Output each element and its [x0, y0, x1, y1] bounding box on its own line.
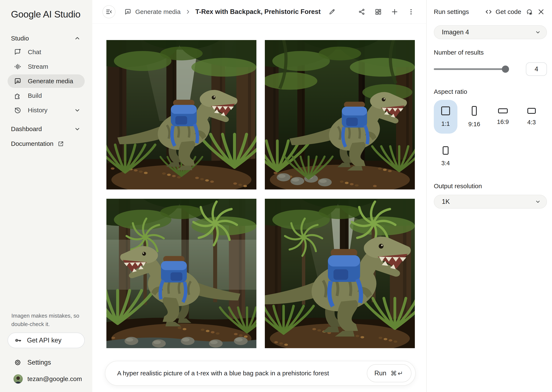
get-api-key-label: Get API key	[27, 336, 62, 344]
code-icon	[485, 8, 492, 15]
chevron-down-icon	[535, 29, 541, 35]
generated-image-4[interactable]	[265, 199, 415, 348]
main-header: Generate media T-Rex with Backpack, Preh…	[92, 0, 426, 24]
page-title: T-Rex with Backpack, Prehistoric Forest	[195, 8, 321, 16]
sidebar-item-history[interactable]: History	[7, 104, 85, 117]
output-resolution-select[interactable]: 1K	[434, 195, 547, 209]
aspect-1-1-icon	[441, 106, 450, 115]
more-vert-icon	[407, 8, 415, 15]
chevron-down-icon	[74, 107, 81, 113]
aspect-option-label: 3:4	[442, 160, 450, 167]
results-slider-thumb[interactable]	[502, 66, 509, 73]
collapse-sidebar-button[interactable]	[102, 5, 116, 18]
build-icon	[14, 92, 21, 99]
aspect-16-9-icon	[498, 108, 508, 113]
generated-image-2[interactable]	[265, 40, 415, 189]
sidebar-item-build[interactable]: Build	[7, 89, 85, 102]
sidebar-nav: Chat Stream Generate media Build History	[0, 44, 92, 118]
aspect-option-16-9[interactable]: 16:9	[491, 100, 515, 134]
app-logo: Google AI Studio	[11, 8, 92, 20]
sidebar-item-label: Generate media	[28, 77, 81, 85]
sidebar-item-documentation[interactable]: Documentation	[7, 137, 85, 150]
aspect-ratio-options: 1:1 9:16 16:9 4:3 3:4	[434, 100, 547, 173]
settings-button[interactable]: Settings	[7, 357, 85, 368]
documentation-label: Documentation	[11, 140, 54, 147]
apps-grid-button[interactable]	[372, 5, 385, 19]
run-settings-title: Run settings	[434, 8, 469, 15]
chat-icon	[14, 48, 21, 56]
account-row[interactable]: tezan@google.com	[7, 373, 85, 385]
aspect-option-4-3[interactable]: 4:3	[520, 100, 543, 134]
disclaimer-text: Imagen makes mistakes, so double-check i…	[7, 311, 85, 328]
aspect-4-3-icon	[527, 108, 536, 114]
sidebar: Google AI Studio Studio Chat Stream Gene…	[0, 0, 92, 392]
more-options-button[interactable]	[404, 5, 418, 19]
reset-settings-icon	[526, 8, 533, 15]
share-button[interactable]	[355, 5, 368, 19]
key-icon	[14, 336, 22, 344]
run-button[interactable]: Run ⌘↵	[367, 364, 412, 382]
sidebar-item-generate-media[interactable]: Generate media	[7, 74, 85, 88]
sidebar-footer: Imagen makes mistakes, so double-check i…	[0, 311, 92, 392]
avatar	[14, 374, 23, 384]
dashboard-grid-icon	[375, 8, 382, 15]
chevron-up-icon	[74, 35, 81, 42]
generation-canvas: A hyper realistic picture of a t-rex wit…	[92, 24, 426, 392]
rename-button[interactable]	[326, 6, 338, 18]
image-grid	[106, 40, 415, 348]
collapse-sidebar-icon	[105, 8, 112, 15]
sidebar-item-chat[interactable]: Chat	[7, 45, 85, 59]
aspect-option-9-16[interactable]: 9:16	[462, 100, 486, 134]
reset-settings-button[interactable]	[523, 6, 535, 18]
aspect-option-label: 9:16	[468, 121, 480, 128]
generated-image-1[interactable]	[106, 40, 256, 189]
aspect-option-label: 16:9	[497, 119, 509, 126]
results-value-input[interactable]: 4	[526, 62, 547, 76]
chevron-down-icon	[535, 198, 541, 205]
aspect-option-3-4[interactable]: 3:4	[434, 140, 457, 173]
model-select-value: Imagen 4	[442, 28, 469, 36]
dashboard-section-label: Dashboard	[11, 126, 74, 133]
results-slider[interactable]	[434, 68, 505, 70]
run-label: Run	[374, 370, 386, 377]
new-prompt-button[interactable]	[388, 5, 401, 19]
aspect-option-label: 1:1	[442, 120, 450, 127]
history-icon	[14, 106, 21, 114]
generated-image-3[interactable]	[106, 199, 256, 348]
run-settings-panel: Run settings Get code Imagen 4 Number of…	[426, 0, 552, 392]
output-resolution-value: 1K	[442, 198, 450, 205]
aspect-option-label: 4:3	[527, 119, 536, 126]
prompt-input[interactable]: A hyper realistic picture of a t-rex wit…	[117, 370, 367, 377]
settings-label: Settings	[28, 359, 51, 366]
sidebar-section-dashboard[interactable]: Dashboard	[7, 124, 85, 134]
run-shortcut: ⌘↵	[391, 370, 404, 377]
chevron-down-icon	[74, 126, 81, 132]
get-code-label: Get code	[496, 8, 521, 15]
gear-icon	[14, 359, 21, 366]
breadcrumb[interactable]: Generate media	[124, 8, 180, 15]
run-settings-header: Run settings Get code	[434, 0, 547, 24]
prompt-bar: A hyper realistic picture of a t-rex wit…	[105, 361, 416, 386]
results-slider-fill	[434, 68, 505, 70]
model-select[interactable]: Imagen 4	[434, 25, 547, 39]
aspect-ratio-label: Aspect ratio	[434, 88, 547, 95]
external-link-icon	[58, 140, 64, 147]
get-api-key-button[interactable]: Get API key	[7, 333, 85, 348]
aspect-option-1-1[interactable]: 1:1	[434, 100, 457, 134]
sidebar-item-label: Build	[28, 92, 81, 99]
sidebar-item-label: History	[28, 107, 68, 114]
get-code-button[interactable]: Get code	[485, 8, 521, 15]
header-actions	[355, 5, 418, 19]
aspect-9-16-icon	[472, 106, 477, 116]
close-panel-button[interactable]	[535, 6, 547, 18]
breadcrumb-separator-icon	[185, 9, 191, 14]
number-of-results-label: Number of results	[434, 49, 547, 56]
number-of-results-control: 4	[434, 62, 547, 76]
sidebar-item-label: Stream	[28, 63, 81, 70]
sidebar-item-stream[interactable]: Stream	[7, 60, 85, 73]
generate-media-icon	[14, 77, 21, 85]
share-icon	[358, 8, 365, 15]
plus-icon	[391, 8, 398, 16]
sidebar-section-studio[interactable]: Studio	[7, 33, 85, 44]
aspect-3-4-icon	[443, 146, 448, 155]
